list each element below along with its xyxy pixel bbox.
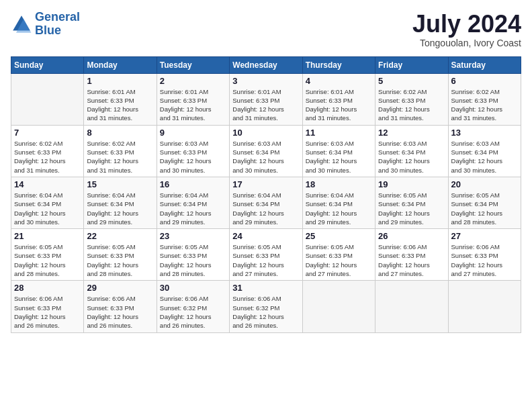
day-info: Sunrise: 6:06 AM Sunset: 6:32 PM Dayligh… <box>232 294 299 330</box>
day-info: Sunrise: 6:06 AM Sunset: 6:33 PM Dayligh… <box>378 242 445 278</box>
day-number: 6 <box>451 76 518 86</box>
day-info: Sunrise: 6:03 AM Sunset: 6:34 PM Dayligh… <box>378 139 445 175</box>
day-number: 24 <box>232 231 299 241</box>
day-number: 28 <box>14 283 81 293</box>
calendar-cell: 22Sunrise: 6:05 AM Sunset: 6:33 PM Dayli… <box>84 229 157 281</box>
day-info: Sunrise: 6:05 AM Sunset: 6:33 PM Dayligh… <box>232 242 299 278</box>
calendar-day-header: Tuesday <box>157 56 229 73</box>
day-number: 18 <box>306 179 372 189</box>
logo: General Blue <box>11 11 80 38</box>
calendar-cell <box>448 281 521 332</box>
day-number: 10 <box>232 128 299 138</box>
day-info: Sunrise: 6:05 AM Sunset: 6:33 PM Dayligh… <box>14 242 81 278</box>
day-info: Sunrise: 6:06 AM Sunset: 6:33 PM Dayligh… <box>14 294 81 330</box>
calendar-cell: 2Sunrise: 6:01 AM Sunset: 6:33 PM Daylig… <box>157 73 229 125</box>
day-info: Sunrise: 6:04 AM Sunset: 6:34 PM Dayligh… <box>87 191 153 226</box>
day-info: Sunrise: 6:05 AM Sunset: 6:33 PM Dayligh… <box>306 242 372 278</box>
calendar-cell: 27Sunrise: 6:06 AM Sunset: 6:33 PM Dayli… <box>448 229 521 281</box>
calendar-cell: 18Sunrise: 6:04 AM Sunset: 6:34 PM Dayli… <box>302 177 375 228</box>
day-number: 4 <box>306 76 372 86</box>
day-number: 9 <box>160 128 226 138</box>
calendar-cell: 5Sunrise: 6:02 AM Sunset: 6:33 PM Daylig… <box>375 73 448 125</box>
day-number: 5 <box>378 76 445 86</box>
day-info: Sunrise: 6:03 AM Sunset: 6:34 PM Dayligh… <box>306 139 372 175</box>
calendar-week-row: 7Sunrise: 6:02 AM Sunset: 6:33 PM Daylig… <box>11 125 521 177</box>
day-info: Sunrise: 6:02 AM Sunset: 6:33 PM Dayligh… <box>87 139 153 175</box>
calendar-cell: 20Sunrise: 6:05 AM Sunset: 6:34 PM Dayli… <box>448 177 521 228</box>
day-number: 13 <box>451 128 518 138</box>
day-number: 25 <box>306 231 372 241</box>
calendar-header-row: SundayMondayTuesdayWednesdayThursdayFrid… <box>11 56 521 73</box>
day-info: Sunrise: 6:05 AM Sunset: 6:33 PM Dayligh… <box>160 242 226 278</box>
calendar-cell: 23Sunrise: 6:05 AM Sunset: 6:33 PM Dayli… <box>157 229 229 281</box>
day-number: 1 <box>87 76 153 86</box>
day-number: 2 <box>160 76 226 86</box>
day-info: Sunrise: 6:01 AM Sunset: 6:33 PM Dayligh… <box>306 87 372 123</box>
calendar-cell <box>11 73 84 125</box>
day-info: Sunrise: 6:01 AM Sunset: 6:33 PM Dayligh… <box>87 87 153 123</box>
calendar-cell: 31Sunrise: 6:06 AM Sunset: 6:32 PM Dayli… <box>230 281 302 332</box>
page-header: General Blue July 2024 Tongouolan, Ivory… <box>11 11 521 48</box>
calendar-cell: 21Sunrise: 6:05 AM Sunset: 6:33 PM Dayli… <box>11 229 84 281</box>
day-number: 7 <box>14 128 81 138</box>
calendar-cell: 12Sunrise: 6:03 AM Sunset: 6:34 PM Dayli… <box>375 125 448 177</box>
day-info: Sunrise: 6:01 AM Sunset: 6:33 PM Dayligh… <box>232 87 299 123</box>
calendar-day-header: Wednesday <box>230 56 302 73</box>
logo-text: General Blue <box>35 11 80 38</box>
month-title: July 2024 <box>412 11 521 38</box>
day-info: Sunrise: 6:03 AM Sunset: 6:33 PM Dayligh… <box>160 139 226 175</box>
calendar-day-header: Thursday <box>302 56 375 73</box>
calendar-day-header: Sunday <box>11 56 84 73</box>
location-subtitle: Tongouolan, Ivory Coast <box>412 38 521 48</box>
calendar-cell: 13Sunrise: 6:03 AM Sunset: 6:34 PM Dayli… <box>448 125 521 177</box>
calendar-cell: 15Sunrise: 6:04 AM Sunset: 6:34 PM Dayli… <box>84 177 157 228</box>
calendar-table: SundayMondayTuesdayWednesdayThursdayFrid… <box>11 56 521 333</box>
calendar-cell: 19Sunrise: 6:05 AM Sunset: 6:34 PM Dayli… <box>375 177 448 228</box>
calendar-day-header: Saturday <box>448 56 521 73</box>
day-info: Sunrise: 6:04 AM Sunset: 6:34 PM Dayligh… <box>232 191 299 226</box>
day-number: 30 <box>160 283 226 293</box>
day-number: 15 <box>87 179 153 189</box>
day-number: 23 <box>160 231 226 241</box>
day-number: 16 <box>160 179 226 189</box>
calendar-day-header: Friday <box>375 56 448 73</box>
calendar-cell: 14Sunrise: 6:04 AM Sunset: 6:34 PM Dayli… <box>11 177 84 228</box>
day-number: 26 <box>378 231 445 241</box>
calendar-cell <box>375 281 448 332</box>
day-info: Sunrise: 6:01 AM Sunset: 6:33 PM Dayligh… <box>160 87 226 123</box>
calendar-cell: 16Sunrise: 6:04 AM Sunset: 6:34 PM Dayli… <box>157 177 229 228</box>
day-number: 14 <box>14 179 81 189</box>
calendar-week-row: 28Sunrise: 6:06 AM Sunset: 6:33 PM Dayli… <box>11 281 521 332</box>
day-number: 31 <box>232 283 299 293</box>
day-number: 20 <box>451 179 518 189</box>
calendar-cell: 1Sunrise: 6:01 AM Sunset: 6:33 PM Daylig… <box>84 73 157 125</box>
day-number: 12 <box>378 128 445 138</box>
day-number: 11 <box>306 128 372 138</box>
day-info: Sunrise: 6:03 AM Sunset: 6:34 PM Dayligh… <box>232 139 299 175</box>
title-area: July 2024 Tongouolan, Ivory Coast <box>412 11 521 48</box>
calendar-day-header: Monday <box>84 56 157 73</box>
calendar-cell: 17Sunrise: 6:04 AM Sunset: 6:34 PM Dayli… <box>230 177 302 228</box>
calendar-cell: 6Sunrise: 6:02 AM Sunset: 6:33 PM Daylig… <box>448 73 521 125</box>
day-info: Sunrise: 6:05 AM Sunset: 6:34 PM Dayligh… <box>451 191 518 226</box>
calendar-cell: 25Sunrise: 6:05 AM Sunset: 6:33 PM Dayli… <box>302 229 375 281</box>
day-info: Sunrise: 6:06 AM Sunset: 6:32 PM Dayligh… <box>160 294 226 330</box>
calendar-cell: 29Sunrise: 6:06 AM Sunset: 6:33 PM Dayli… <box>84 281 157 332</box>
calendar-cell: 7Sunrise: 6:02 AM Sunset: 6:33 PM Daylig… <box>11 125 84 177</box>
day-info: Sunrise: 6:05 AM Sunset: 6:33 PM Dayligh… <box>87 242 153 278</box>
day-info: Sunrise: 6:02 AM Sunset: 6:33 PM Dayligh… <box>378 87 445 123</box>
day-info: Sunrise: 6:02 AM Sunset: 6:33 PM Dayligh… <box>451 87 518 123</box>
logo-line2: Blue <box>35 24 61 37</box>
day-info: Sunrise: 6:04 AM Sunset: 6:34 PM Dayligh… <box>160 191 226 226</box>
day-number: 19 <box>378 179 445 189</box>
calendar-cell: 9Sunrise: 6:03 AM Sunset: 6:33 PM Daylig… <box>157 125 229 177</box>
day-info: Sunrise: 6:05 AM Sunset: 6:34 PM Dayligh… <box>378 191 445 226</box>
calendar-cell: 4Sunrise: 6:01 AM Sunset: 6:33 PM Daylig… <box>302 73 375 125</box>
day-number: 22 <box>87 231 153 241</box>
calendar-cell: 24Sunrise: 6:05 AM Sunset: 6:33 PM Dayli… <box>230 229 302 281</box>
logo-line1: General <box>35 10 80 24</box>
day-number: 17 <box>232 179 299 189</box>
logo-icon <box>11 13 32 35</box>
day-number: 21 <box>14 231 81 241</box>
day-info: Sunrise: 6:04 AM Sunset: 6:34 PM Dayligh… <box>14 191 81 226</box>
